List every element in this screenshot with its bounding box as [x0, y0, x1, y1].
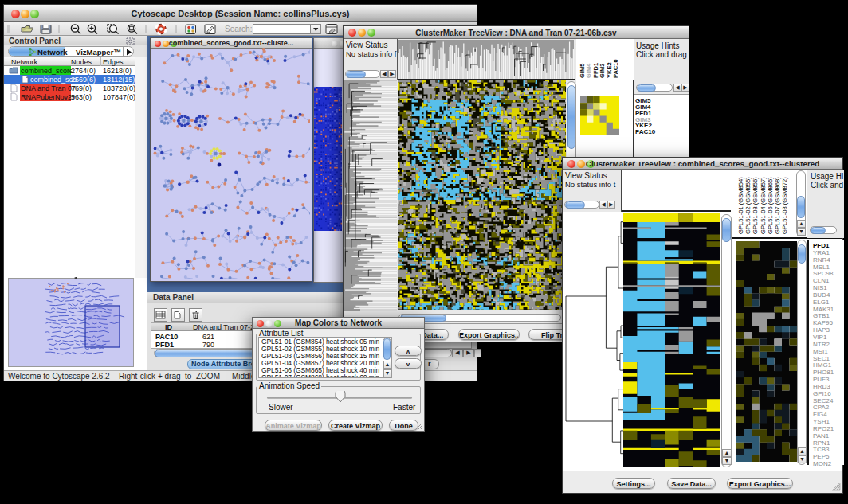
svg-text:GPL51-01 (GSM854): GPL51-01 (GSM854)	[737, 177, 744, 234]
svg-text:PAC10: PAC10	[612, 59, 619, 78]
svg-text:GPL51-07 (GSM868): GPL51-07 (GSM868)	[774, 177, 781, 234]
svg-text:GPL51-02 (GSM855): GPL51-02 (GSM855)	[744, 177, 752, 234]
svg-text:GPL51-03 (GSM856): GPL51-03 (GSM856)	[752, 177, 759, 234]
svg-text:GPL51-08 (GSM872): GPL51-08 (GSM872)	[781, 177, 788, 234]
svg-text:GPL51-04 (GSM857): GPL51-04 (GSM857)	[760, 177, 767, 234]
svg-text:GPL51-06 (GSM865): GPL51-06 (GSM865)	[767, 177, 774, 234]
